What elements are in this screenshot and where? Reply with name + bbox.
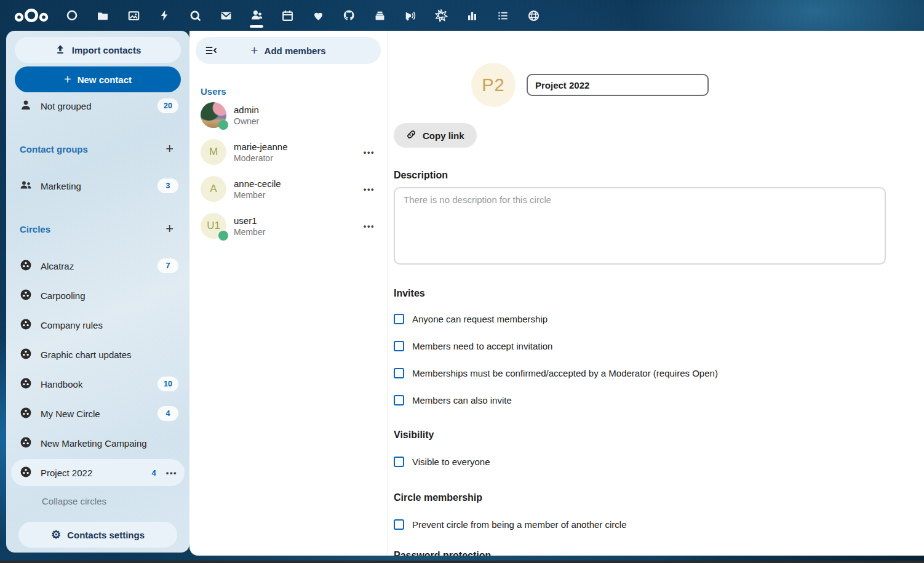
circle-icon — [20, 259, 32, 273]
calendar-icon[interactable] — [272, 0, 303, 31]
invites-options: Anyone can request membership Members ne… — [394, 313, 886, 406]
checkbox-visible-to-everyone[interactable]: Visible to everyone — [394, 455, 886, 468]
maps-globe-icon[interactable] — [518, 0, 549, 31]
circle-label: New Marketing Campaing — [41, 438, 178, 449]
sidebar-item-handbook[interactable]: Handbook 10 — [11, 370, 185, 397]
circle-icon — [20, 318, 32, 332]
sidebar-item-new-marketing-campaing[interactable]: New Marketing Campaing — [11, 429, 185, 457]
avatar: U1 — [201, 213, 226, 239]
checkbox-anyone-can-request-membership[interactable]: Anyone can request membership — [394, 313, 886, 325]
dashboard-circle-icon[interactable] — [57, 0, 87, 31]
contact-groups-header: Contact groups + — [11, 135, 185, 162]
member-actions-menu[interactable]: ••• — [362, 185, 376, 194]
sidebar-item-company-rules[interactable]: Company rules — [11, 311, 185, 338]
member-role: Moderator — [234, 153, 355, 164]
avatar-initials: U1 — [207, 220, 220, 232]
circle-details: P2 Copy link Description Invites Anyone … — [388, 31, 924, 556]
import-contacts-button[interactable]: Import contacts — [15, 37, 181, 63]
deck-stack-icon[interactable] — [364, 0, 395, 31]
copy-link-button[interactable]: Copy link — [394, 123, 477, 148]
checkbox-members-need-to-accept-invitation[interactable]: Members need to accept invitation — [394, 340, 886, 352]
add-group-button[interactable]: + — [162, 143, 177, 155]
checkbox-label: Visible to everyone — [412, 457, 490, 467]
sidebar-item-carpooling[interactable]: Carpooling — [11, 282, 185, 309]
description-heading: Description — [394, 170, 886, 181]
checkbox-icon[interactable] — [394, 368, 404, 378]
member-actions-menu[interactable]: ••• — [362, 222, 376, 231]
collectives-icon[interactable] — [426, 0, 456, 31]
contacts-icon[interactable] — [241, 0, 272, 31]
checkbox-memberships-confirmed-by-moderator[interactable]: Memberships must be confirmed/accepted b… — [394, 367, 886, 379]
circle-icon — [20, 407, 32, 421]
circle-avatar: P2 — [471, 63, 516, 107]
circle-count-badge: 10 — [157, 377, 178, 391]
avatar — [201, 102, 226, 128]
member-role: Owner — [234, 116, 376, 127]
contacts-settings-button[interactable]: ⚙ Contacts settings — [18, 522, 177, 548]
circle-icon — [20, 377, 32, 391]
checkbox-icon[interactable] — [394, 457, 404, 467]
add-members-button[interactable]: + Add members — [196, 37, 381, 64]
analytics-bars-icon[interactable] — [456, 0, 487, 31]
checkbox-label: Anyone can request membership — [412, 314, 548, 324]
sidebar-item-marketing[interactable]: Marketing 3 — [11, 172, 185, 199]
member-row-anne-cecile[interactable]: A anne-cecile Member ••• — [196, 170, 381, 207]
member-row-marie-jeanne[interactable]: M marie-jeanne Moderator ••• — [196, 134, 381, 170]
mail-icon[interactable] — [210, 0, 241, 31]
plus-icon: + — [250, 43, 258, 58]
member-row-admin[interactable]: admin Owner — [196, 97, 381, 134]
checkbox-icon[interactable] — [394, 519, 404, 530]
member-row-user1[interactable]: U1 user1 Member ••• — [196, 207, 381, 244]
sidebar-item-not-grouped[interactable]: Not grouped 20 — [11, 92, 185, 119]
upload-icon — [55, 44, 66, 57]
users-header: Users — [201, 86, 381, 97]
checkbox-icon[interactable] — [394, 314, 404, 324]
circle-label: My New Circle — [41, 409, 149, 419]
circle-name-input[interactable] — [527, 74, 709, 96]
checkbox-label: Members need to accept invitation — [412, 341, 552, 351]
search-icon[interactable] — [180, 0, 210, 31]
photos-icon[interactable] — [118, 0, 149, 31]
circle-icon — [20, 348, 32, 362]
checkbox-label: Memberships must be confirmed/accepted b… — [412, 368, 718, 378]
members-panel: + Add members Users admin Owner M marie-… — [189, 31, 388, 556]
circle-actions-menu[interactable]: ••• — [165, 468, 178, 477]
nextcloud-logo[interactable] — [14, 7, 49, 26]
sidebar-item-graphic-chart-updates[interactable]: Graphic chart updates — [11, 341, 185, 368]
circle-membership-heading: Circle membership — [394, 492, 886, 503]
new-contact-label: New contact — [78, 74, 132, 85]
circle-count-badge: 7 — [157, 258, 178, 273]
checkbox-members-can-also-invite[interactable]: Members can also invite — [394, 394, 886, 406]
description-textarea[interactable] — [394, 187, 886, 265]
github-icon[interactable] — [333, 0, 364, 31]
contacts-settings-label: Contacts settings — [67, 530, 145, 540]
member-role: Member — [234, 226, 355, 238]
health-heart-icon[interactable] — [303, 0, 333, 31]
person-icon — [20, 99, 32, 113]
not-grouped-count-badge: 20 — [157, 98, 178, 113]
member-actions-menu[interactable]: ••• — [362, 148, 376, 157]
invites-heading: Invites — [394, 288, 886, 299]
contact-groups-label: Contact groups — [20, 144, 162, 154]
sidebar-item-alcatraz[interactable]: Alcatraz 7 — [11, 252, 185, 279]
contacts-sidebar: Import contacts + New contact Not groupe… — [6, 31, 189, 553]
circle-label: Project 2022 — [41, 468, 143, 478]
collapse-sidebar-icon[interactable] — [204, 44, 218, 59]
new-contact-button[interactable]: + New contact — [15, 66, 181, 92]
add-circle-button[interactable]: + — [162, 223, 177, 235]
checkbox-icon[interactable] — [394, 341, 404, 351]
sidebar-item-my-new-circle[interactable]: My New Circle 4 — [11, 400, 185, 427]
window-bottom-edge — [0, 561, 924, 563]
tasks-list-icon[interactable] — [487, 0, 518, 31]
sidebar-item-project-2022[interactable]: Project 2022 4 ••• — [11, 459, 185, 486]
collapse-circles-link[interactable]: Collapse circles — [11, 493, 185, 511]
announcements-megaphone-icon[interactable] — [395, 0, 426, 31]
avatar: A — [201, 176, 226, 202]
app-menu — [57, 0, 549, 31]
add-members-label: Add members — [265, 46, 326, 56]
activity-icon[interactable] — [149, 0, 180, 31]
checkbox-prevent-circle-membership[interactable]: Prevent circle from being a member of an… — [394, 518, 886, 530]
visibility-heading: Visibility — [394, 429, 886, 441]
checkbox-icon[interactable] — [394, 395, 404, 405]
files-icon[interactable] — [87, 0, 118, 31]
